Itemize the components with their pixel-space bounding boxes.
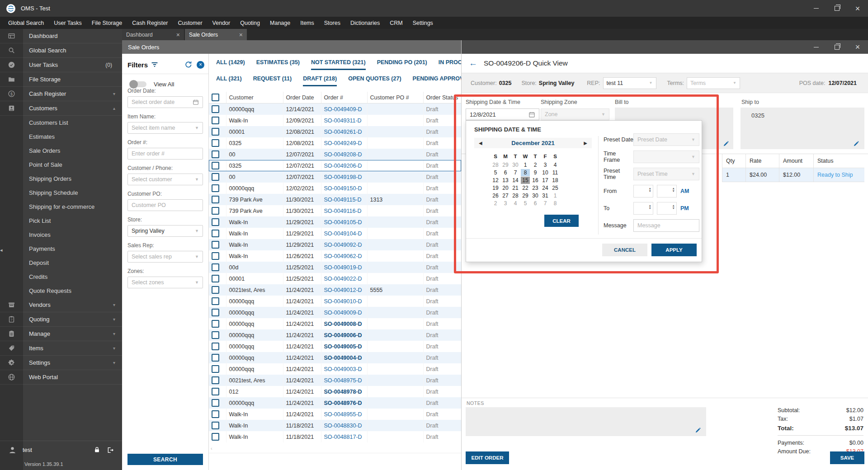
calendar-day[interactable]: 2 bbox=[491, 200, 500, 207]
filter-input[interactable]: Select sales rep ▼ bbox=[127, 251, 203, 263]
select-all-checkbox[interactable] bbox=[212, 94, 219, 101]
minimize-button[interactable] bbox=[806, 40, 826, 54]
order-row[interactable]: 739 Park Ave 11/30/2021 SO-0049115-D 131… bbox=[209, 194, 461, 205]
clear-button[interactable]: CLEAR bbox=[544, 215, 579, 227]
sidebar-subitem[interactable]: Shipping for e-commerce bbox=[0, 200, 122, 214]
order-link[interactable]: SO-0049104-D bbox=[324, 230, 362, 237]
row-checkbox[interactable] bbox=[212, 286, 219, 294]
order-row[interactable]: 00000qqq 11/24/2021 SO-0049010-D Draft bbox=[209, 296, 461, 307]
calendar-day[interactable]: 15 bbox=[521, 177, 530, 184]
order-link[interactable]: SO-0049150-D bbox=[324, 185, 362, 192]
calendar-day[interactable]: 8 bbox=[521, 169, 530, 176]
order-row[interactable]: 00000qqq 12/02/2021 SO-0049150-D Draft bbox=[209, 183, 461, 194]
filter-input[interactable]: Select item name ▼ bbox=[127, 122, 203, 134]
sidebar-subitem[interactable]: Pick List bbox=[0, 214, 122, 228]
calendar-day[interactable]: 24 bbox=[541, 184, 550, 192]
order-row[interactable]: Walk-In 11/29/2021 SO-0049105-D Draft bbox=[209, 216, 461, 228]
order-link[interactable]: SO-0049409-D bbox=[324, 106, 362, 113]
sidebar-subitem[interactable]: Estimates bbox=[0, 130, 122, 144]
edit-pencil-icon[interactable] bbox=[695, 427, 702, 433]
order-row[interactable]: 0021test, Ares 11/24/2021 SO-0048975-D D… bbox=[209, 375, 461, 386]
from-minute-stepper[interactable] bbox=[657, 185, 677, 197]
order-link[interactable]: SO-0049006-D bbox=[324, 332, 362, 338]
sidebar-item-global-search[interactable]: Global Search bbox=[0, 43, 122, 58]
calendar-day[interactable]: 5 bbox=[521, 200, 530, 207]
sidebar-item-vendors[interactable]: Vendors ▾ bbox=[0, 298, 122, 312]
search-button[interactable]: SEARCH bbox=[127, 454, 203, 465]
sidebar-item-cash-register[interactable]: $ Cash Register ▾ bbox=[0, 87, 122, 101]
view-all-toggle[interactable] bbox=[130, 81, 146, 87]
row-checkbox[interactable] bbox=[212, 275, 219, 282]
item-status-link[interactable]: Ready to Ship bbox=[813, 168, 864, 182]
calendar-day[interactable]: 29 bbox=[501, 161, 510, 169]
edit-pencil-icon[interactable] bbox=[853, 140, 860, 147]
sidebar-subitem[interactable]: Quote Requests bbox=[0, 284, 122, 298]
lock-icon[interactable] bbox=[94, 446, 100, 453]
order-row[interactable]: 0021test, Ares 11/24/2021 SO-0049012-D 5… bbox=[209, 284, 461, 296]
order-link[interactable]: SO-0049115-D bbox=[324, 197, 362, 203]
tab-sale-orders[interactable]: Sale Orders bbox=[185, 29, 247, 40]
calendar-day[interactable]: 28 bbox=[511, 192, 520, 199]
order-row[interactable]: Walk-In 11/29/2021 SO-0049104-D Draft bbox=[209, 228, 461, 239]
row-checkbox[interactable] bbox=[212, 241, 219, 249]
row-checkbox[interactable] bbox=[212, 309, 219, 316]
status-tab[interactable]: ALL (1429) bbox=[216, 59, 245, 70]
sidebar-subitem[interactable]: Point of Sale bbox=[0, 158, 122, 172]
calendar-day[interactable]: 22 bbox=[521, 184, 530, 192]
row-checkbox[interactable] bbox=[212, 433, 219, 441]
menu-item[interactable]: Customer bbox=[173, 20, 207, 26]
calendar-day[interactable]: 4 bbox=[511, 200, 520, 207]
order-link[interactable]: SO-0049116-D bbox=[324, 208, 362, 214]
restore-button[interactable] bbox=[826, 0, 847, 17]
close-icon[interactable] bbox=[176, 31, 180, 38]
calendar-day[interactable]: 13 bbox=[501, 177, 510, 184]
order-row[interactable]: 00000qqq 11/24/2021 SO-0049006-D Draft bbox=[209, 329, 461, 341]
calendar-day[interactable]: 7 bbox=[511, 169, 520, 176]
order-row[interactable]: 00000qqq 11/24/2021 SO-0049003-D Draft bbox=[209, 363, 461, 375]
row-checkbox[interactable] bbox=[212, 410, 219, 418]
logout-icon[interactable] bbox=[107, 446, 114, 454]
status-tab[interactable]: ESTIMATES (35) bbox=[256, 59, 300, 70]
row-checkbox[interactable] bbox=[212, 343, 219, 350]
order-link[interactable]: SO-0048817-D bbox=[324, 434, 362, 440]
order-row[interactable]: 0325 12/07/2021 SO-0049206-D Draft bbox=[209, 160, 461, 171]
calendar-day[interactable]: 30 bbox=[511, 161, 520, 169]
sidebar-subitem[interactable]: Invoices bbox=[0, 228, 122, 242]
menu-item[interactable]: Dictionaries bbox=[345, 20, 385, 26]
filter-input[interactable]: Spring Valley ▼ bbox=[127, 225, 203, 237]
sidebar-item-settings[interactable]: Settings ▾ bbox=[0, 356, 122, 370]
terms-select[interactable]: Terms▼ bbox=[687, 77, 740, 89]
row-checkbox[interactable] bbox=[212, 184, 219, 192]
cancel-button[interactable]: CANCEL bbox=[602, 244, 647, 256]
rep-select[interactable]: test 11▼ bbox=[603, 77, 656, 89]
order-link[interactable]: SO-0049019-D bbox=[324, 264, 362, 271]
clear-filters-icon[interactable] bbox=[197, 61, 204, 69]
row-checkbox[interactable] bbox=[212, 139, 219, 147]
menu-item[interactable]: Items bbox=[295, 20, 319, 26]
row-checkbox[interactable] bbox=[212, 252, 219, 260]
row-checkbox[interactable] bbox=[212, 376, 219, 384]
calendar-day[interactable]: 14 bbox=[511, 177, 520, 184]
row-checkbox[interactable] bbox=[212, 331, 219, 339]
preset-time-select[interactable]: Preset Time▼ bbox=[633, 168, 699, 180]
row-checkbox[interactable] bbox=[212, 422, 219, 429]
order-row[interactable]: 00000qqq 12/14/2021 SO-0049409-D Draft bbox=[209, 103, 461, 115]
sidebar-subitem[interactable]: Credits bbox=[0, 270, 122, 284]
calendar-day[interactable]: 4 bbox=[551, 161, 560, 169]
save-button[interactable]: SAVE bbox=[830, 451, 864, 464]
filter-input[interactable]: Select customer ▼ bbox=[127, 174, 203, 185]
order-row[interactable]: Walk-In 11/26/2021 SO-0049062-D Draft bbox=[209, 250, 461, 262]
calendar-day[interactable]: 11 bbox=[551, 169, 560, 176]
preset-date-select[interactable]: Preset Date▼ bbox=[633, 133, 699, 146]
calendar-day[interactable]: 31 bbox=[541, 192, 550, 199]
status-tab[interactable]: ALL (321) bbox=[216, 75, 242, 86]
apply-button[interactable]: APPLY bbox=[651, 244, 697, 256]
refresh-icon[interactable] bbox=[184, 61, 192, 69]
order-row[interactable]: Walk-In 11/29/2021 SO-0049092-D Draft bbox=[209, 239, 461, 250]
sidebar-item-manage[interactable]: Manage ▾ bbox=[0, 327, 122, 341]
calendar-day[interactable]: 6 bbox=[501, 169, 510, 176]
order-link[interactable]: SO-0049008-D bbox=[324, 321, 362, 327]
menu-item[interactable]: Settings bbox=[408, 20, 438, 26]
minimize-button[interactable] bbox=[806, 0, 826, 17]
calendar-day[interactable]: 2 bbox=[531, 161, 540, 169]
